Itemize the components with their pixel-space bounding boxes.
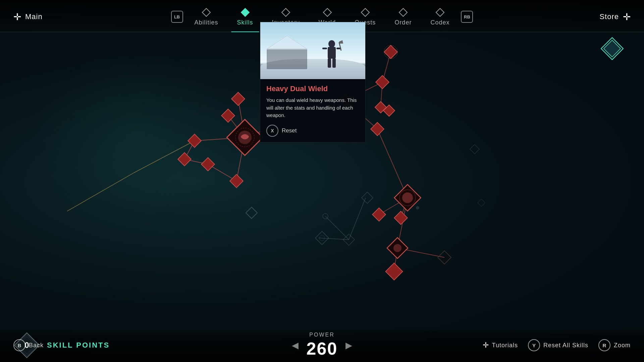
svg-line-22 [349,198,366,240]
svg-marker-60 [282,8,290,16]
bottom-bar: 0 SKILL POINTS POWER 260 ◀ ▶ ✛ Tutorials… [0,328,644,362]
zoom-icon: R [598,339,610,351]
codex-label: Codex [430,19,449,26]
svg-rect-31 [201,158,215,171]
svg-point-55 [416,206,419,209]
skills-icon [240,8,250,17]
svg-rect-32 [230,174,243,188]
tutorials-label: Tutorials [492,342,518,349]
svg-marker-63 [399,8,407,16]
svg-rect-35 [376,75,389,89]
world-icon [323,8,332,17]
zoom-button[interactable]: R Zoom [598,339,631,351]
inventory-icon [281,8,290,17]
svg-rect-30 [178,153,191,166]
svg-line-13 [377,129,408,198]
skill-points-label: SKILL POINTS [47,341,110,350]
left-bumper[interactable]: LB [171,11,183,23]
abilities-label: Abilities [195,19,218,26]
back-label: Back [29,342,44,349]
nav-left: ✛ Main [13,11,43,22]
right-bumper[interactable]: RB [461,11,473,23]
svg-rect-76 [267,49,307,69]
power-right-arrow[interactable]: ▶ [345,340,352,351]
svg-line-20 [67,173,134,211]
corner-diamond [600,37,624,60]
skill-tooltip: Heavy Dual Wield You can dual wield heav… [260,22,366,142]
svg-rect-56 [470,144,479,154]
svg-rect-33 [246,207,257,219]
reset-label: Reset [282,127,297,134]
tab-skills[interactable]: Skills [228,8,263,26]
tooltip-content: Heavy Dual Wield You can dual wield heav… [260,79,365,142]
tooltip-description: You can dual wield heavy weapons. This w… [266,97,359,119]
tutorials-icon: ✛ [483,341,489,350]
tutorials-button[interactable]: ✛ Tutorials [483,341,518,350]
power-label: POWER [309,332,334,338]
svg-marker-62 [361,8,369,16]
svg-rect-27 [221,109,235,122]
main-label[interactable]: Main [25,12,43,21]
main-plus-icon: ✛ [13,11,21,22]
power-navigation: ◀ ▶ [292,340,352,351]
svg-point-42 [402,192,413,203]
svg-marker-64 [436,8,444,16]
back-icon: B [13,339,25,351]
tab-codex[interactable]: Codex [421,8,459,26]
nav-right: Store ✛ [599,11,631,22]
reset-all-icon: Y [528,339,540,351]
reset-button-icon[interactable]: X [266,125,278,137]
zoom-label: Zoom [614,342,631,349]
svg-rect-57 [478,199,485,207]
order-label: Order [394,19,412,26]
reset-all-button[interactable]: Y Reset All Skills [528,339,588,351]
tooltip-action: X Reset [266,125,359,137]
tooltip-image [260,22,365,79]
back-button[interactable]: B Back [13,339,44,351]
codex-icon [435,8,445,17]
svg-rect-50 [362,192,373,203]
svg-rect-29 [188,134,201,147]
svg-rect-45 [394,211,408,225]
svg-rect-44 [372,208,386,221]
store-label[interactable]: Store [599,12,619,21]
svg-marker-66 [604,40,621,57]
store-plus-icon: ✛ [623,11,631,22]
svg-line-21 [325,216,349,240]
svg-marker-58 [202,8,210,16]
reset-all-label: Reset All Skills [543,342,588,349]
svg-point-47 [393,244,401,252]
svg-rect-40 [371,122,384,136]
abilities-icon [202,8,211,17]
power-left-arrow[interactable]: ◀ [292,340,299,351]
quests-icon [361,8,370,17]
tab-order[interactable]: Order [385,8,421,26]
tab-abilities[interactable]: Abilities [185,8,228,26]
svg-marker-77 [265,35,309,50]
svg-marker-61 [323,8,331,16]
svg-marker-59 [241,8,249,16]
bottom-buttons: ✛ Tutorials Y Reset All Skills R Zoom [483,339,631,351]
scene-structures [260,22,365,79]
svg-rect-48 [386,263,403,280]
tooltip-title: Heavy Dual Wield [266,84,359,93]
order-icon [398,8,408,17]
svg-rect-28 [231,92,245,106]
skills-label: Skills [237,19,253,26]
